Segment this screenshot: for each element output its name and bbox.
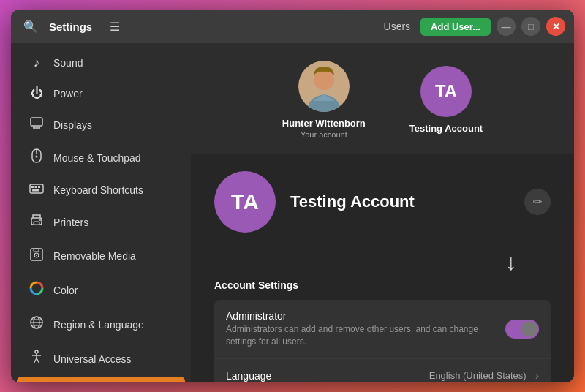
sidebar-item-label: Keyboard Shortcuts xyxy=(53,184,143,196)
language-label-group: Language xyxy=(226,370,429,382)
svg-rect-10 xyxy=(38,186,40,189)
sidebar-item-label: Sound xyxy=(53,57,83,69)
language-label: Language xyxy=(226,370,429,382)
administrator-row[interactable]: Administrator Administrators can add and… xyxy=(214,300,551,359)
down-arrow-icon: ↓ xyxy=(505,250,517,274)
svg-rect-8 xyxy=(31,186,34,189)
sidebar-item-label: Color xyxy=(53,284,78,296)
maximize-icon: □ xyxy=(528,21,534,32)
globe-icon xyxy=(29,315,45,333)
add-user-button[interactable]: Add User... xyxy=(420,18,491,36)
titlebar-right: Users Add User... — □ ✕ xyxy=(384,17,565,36)
sound-icon: ♪ xyxy=(29,56,45,70)
sidebar-item-displays[interactable]: Displays xyxy=(17,110,185,140)
account-avatar: TA xyxy=(214,171,276,233)
window-title: Settings xyxy=(49,20,92,33)
printer-icon xyxy=(29,214,45,230)
detail-panel: TA Testing Account ✏ ↓ Account Settings xyxy=(191,154,574,382)
sidebar-item-color[interactable]: Color xyxy=(17,274,185,306)
sidebar-item-sound[interactable]: ♪ Sound xyxy=(17,48,185,78)
administrator-sublabel: Administrators can add and remove other … xyxy=(226,323,505,348)
settings-list: Administrator Administrators can add and… xyxy=(214,300,551,382)
toggle-knob xyxy=(521,321,537,337)
testing-name: Testing Account xyxy=(410,123,483,134)
maximize-button[interactable]: □ xyxy=(521,17,540,36)
administrator-toggle[interactable] xyxy=(505,320,539,339)
menu-button[interactable]: ☰ xyxy=(104,15,126,37)
svg-rect-9 xyxy=(35,186,37,189)
administrator-toggle-area xyxy=(505,320,539,339)
settings-window: 🔍 Settings ☰ Users Add User... — □ ✕ xyxy=(11,10,574,382)
hunter-subtitle: Your account xyxy=(301,130,347,139)
search-icon: 🔍 xyxy=(23,20,38,34)
sidebar-item-mouse-touchpad[interactable]: Mouse & Touchpad xyxy=(17,141,185,174)
minimize-icon: — xyxy=(502,21,511,32)
svg-line-29 xyxy=(34,358,37,363)
svg-point-26 xyxy=(35,350,38,353)
sidebar-item-users[interactable]: Users xyxy=(17,377,185,382)
titlebar-left: 🔍 Settings ☰ xyxy=(20,15,126,37)
close-icon: ✕ xyxy=(552,21,560,32)
svg-point-14 xyxy=(39,219,41,221)
sidebar-item-keyboard-shortcuts[interactable]: Keyboard Shortcuts xyxy=(17,176,185,205)
users-section-label: Users xyxy=(384,20,411,32)
svg-point-6 xyxy=(36,156,38,158)
menu-icon: ☰ xyxy=(110,20,120,34)
svg-rect-11 xyxy=(32,189,39,192)
svg-rect-0 xyxy=(31,118,42,126)
administrator-label: Administrator xyxy=(226,310,505,322)
displays-icon xyxy=(29,117,45,132)
user-card-hunter[interactable]: Hunter Wittenborn Your account xyxy=(282,61,366,139)
removable-media-icon xyxy=(29,246,45,265)
testing-initials: TA xyxy=(435,81,457,102)
section-title: Account Settings xyxy=(214,279,551,291)
sidebar: ♪ Sound ⏻ Power Displays Mouse & Touchpa… xyxy=(11,43,191,382)
account-initials: TA xyxy=(231,189,259,214)
account-header: TA Testing Account ✏ xyxy=(214,171,551,233)
universal-access-icon xyxy=(29,350,45,368)
sidebar-item-label: Mouse & Touchpad xyxy=(53,152,141,164)
color-icon xyxy=(29,281,45,299)
language-row[interactable]: Language English (United States) › xyxy=(214,359,551,382)
svg-point-17 xyxy=(36,255,37,256)
arrow-indicator: ↓ xyxy=(214,250,551,274)
edit-account-button[interactable]: ✏ xyxy=(524,189,551,215)
window-body: ♪ Sound ⏻ Power Displays Mouse & Touchpa… xyxy=(11,43,574,382)
sidebar-item-label: Removable Media xyxy=(53,250,136,262)
administrator-label-group: Administrator Administrators can add and… xyxy=(226,310,505,348)
sidebar-item-power[interactable]: ⏻ Power xyxy=(17,79,185,108)
sidebar-item-removable-media[interactable]: Removable Media xyxy=(17,239,185,272)
svg-line-30 xyxy=(37,358,39,363)
close-button[interactable]: ✕ xyxy=(546,17,565,36)
search-button[interactable]: 🔍 xyxy=(20,15,42,37)
account-display-name: Testing Account xyxy=(290,192,510,211)
sidebar-item-universal-access[interactable]: Universal Access xyxy=(17,342,185,375)
sidebar-item-label: Region & Language xyxy=(53,319,144,331)
user-card-testing[interactable]: TA Testing Account xyxy=(410,66,483,134)
minimize-button[interactable]: — xyxy=(497,17,516,36)
hunter-avatar xyxy=(298,61,350,112)
language-value-area: English (United States) › xyxy=(429,369,539,382)
mouse-icon xyxy=(29,148,45,167)
testing-avatar: TA xyxy=(420,66,472,117)
keyboard-icon xyxy=(29,183,45,197)
sidebar-item-printers[interactable]: Printers xyxy=(17,206,185,238)
svg-rect-7 xyxy=(30,184,43,193)
svg-rect-18 xyxy=(34,249,39,252)
hunter-name: Hunter Wittenborn xyxy=(282,118,366,129)
user-picker: Hunter Wittenborn Your account TA Testin… xyxy=(191,43,574,154)
svg-point-20 xyxy=(34,286,39,290)
edit-icon: ✏ xyxy=(533,195,543,208)
sidebar-item-label: Power xyxy=(53,88,83,99)
language-value: English (United States) xyxy=(429,370,526,381)
chevron-right-icon: › xyxy=(535,369,539,382)
sidebar-item-label: Universal Access xyxy=(53,353,132,365)
sidebar-item-label: Printers xyxy=(53,216,88,228)
main-content: Hunter Wittenborn Your account TA Testin… xyxy=(191,43,574,382)
sidebar-item-label: Displays xyxy=(53,119,92,131)
titlebar: 🔍 Settings ☰ Users Add User... — □ ✕ xyxy=(11,10,574,43)
sidebar-item-region-language[interactable]: Region & Language xyxy=(17,308,185,341)
power-icon: ⏻ xyxy=(29,86,45,101)
svg-rect-13 xyxy=(34,222,39,225)
